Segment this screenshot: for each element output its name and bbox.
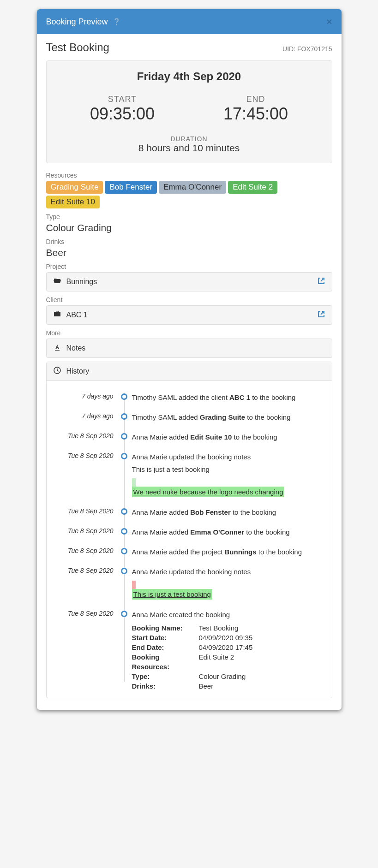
history-time: Tue 8 Sep 2020 [54, 432, 114, 440]
timeline-dot [121, 413, 127, 420]
history-item: 7 days agoTimothy SAML added the client … [132, 392, 325, 402]
briefcase-icon [54, 310, 61, 320]
history-item: Tue 8 Sep 2020Anna Marie updated the boo… [132, 567, 325, 600]
history-text: Anna Marie added Emma O'Conner to the bo… [132, 527, 325, 537]
external-link-icon[interactable] [318, 310, 325, 320]
history-text: Anna Marie updated the booking notesThis… [132, 452, 325, 497]
history-time: 7 days ago [54, 392, 114, 400]
schedule-panel: Friday 4th Sep 2020 START 09:35:00 END 1… [46, 60, 332, 163]
clock-icon [54, 367, 61, 376]
history-header[interactable]: History [47, 362, 332, 381]
history-item: Tue 8 Sep 2020Anna Marie added Emma O'Co… [132, 527, 325, 537]
timeline-dot [121, 508, 127, 515]
client-label: Client [46, 296, 332, 303]
more-label: More [46, 329, 332, 337]
history-time: Tue 8 Sep 2020 [54, 452, 114, 459]
modal-title: Booking Preview [46, 17, 108, 27]
timeline-dot [121, 453, 127, 459]
resource-badge[interactable]: Emma O'Conner [159, 181, 226, 194]
history-item: Tue 8 Sep 2020Anna Marie created the boo… [132, 610, 325, 691]
history-item: Tue 8 Sep 2020Anna Marie added the proje… [132, 547, 325, 557]
notes-panel[interactable]: Notes [46, 339, 332, 358]
resource-badges: Grading Suite Bob Fenster Emma O'Conner … [46, 181, 332, 208]
duration-value: 8 hours and 10 minutes [56, 143, 323, 154]
end-label: END [223, 95, 288, 104]
history-item: Tue 8 Sep 2020Anna Marie added Bob Fenst… [132, 507, 325, 517]
type-label: Type [46, 213, 332, 220]
history-text: Anna Marie added the project Bunnings to… [132, 547, 325, 557]
help-icon[interactable]: ❔ [113, 18, 120, 25]
resource-badge[interactable]: Grading Suite [46, 181, 103, 194]
timeline-dot [121, 611, 127, 617]
start-time: 09:35:00 [90, 104, 155, 124]
history-time: Tue 8 Sep 2020 [54, 567, 114, 574]
history-time: Tue 8 Sep 2020 [54, 547, 114, 554]
external-link-icon[interactable] [318, 277, 325, 286]
booking-uid: UID: FOX701215 [282, 45, 332, 53]
project-label: Project [46, 263, 332, 270]
client-panel[interactable]: ABC 1 [46, 305, 332, 325]
timeline-dot [121, 433, 127, 440]
resource-badge[interactable]: Edit Suite 10 [46, 196, 100, 208]
type-value: Colour Grading [46, 222, 332, 233]
start-label: START [90, 95, 155, 104]
history-text: Timothy SAML added the client ABC 1 to t… [132, 392, 325, 402]
resources-label: Resources [46, 172, 332, 179]
drinks-value: Beer [46, 247, 332, 258]
timeline-dot [121, 393, 127, 400]
close-icon[interactable]: × [326, 16, 332, 27]
history-time: 7 days ago [54, 412, 114, 420]
timeline-dot [121, 568, 127, 574]
timeline-dot [121, 528, 127, 535]
resource-badge[interactable]: Edit Suite 2 [228, 181, 277, 194]
history-text: Anna Marie updated the booking notesThis… [132, 567, 325, 600]
history-timeline: 7 days agoTimothy SAML added the client … [54, 392, 325, 691]
project-panel[interactable]: Bunnings [46, 272, 332, 291]
duration-label: DURATION [56, 135, 323, 143]
folder-icon [54, 277, 61, 286]
history-text: Anna Marie added Bob Fenster to the book… [132, 507, 325, 517]
history-text: Timothy SAML added Grading Suite to the … [132, 412, 325, 422]
font-icon [54, 344, 61, 353]
history-text: Anna Marie added Edit Suite 10 to the bo… [132, 432, 325, 442]
history-time: Tue 8 Sep 2020 [54, 507, 114, 515]
booking-name: Test Booking [46, 41, 109, 54]
history-item: 7 days agoTimothy SAML added Grading Sui… [132, 412, 325, 422]
history-time: Tue 8 Sep 2020 [54, 610, 114, 617]
modal-header: Booking Preview ❔ × [37, 9, 342, 34]
booking-date: Friday 4th Sep 2020 [56, 70, 323, 83]
drinks-label: Drinks [46, 238, 332, 245]
history-panel: History 7 days agoTimothy SAML added the… [46, 362, 332, 698]
notes-label: Notes [66, 344, 86, 352]
timeline-dot [121, 548, 127, 554]
project-value: Bunnings [66, 278, 97, 286]
booking-preview-modal: Booking Preview ❔ × Test Booking UID: FO… [37, 9, 342, 710]
client-value: ABC 1 [66, 311, 88, 319]
resource-badge[interactable]: Bob Fenster [105, 181, 157, 194]
end-time: 17:45:00 [223, 104, 288, 124]
history-details: Booking Name:Test BookingStart Date:04/0… [132, 623, 325, 691]
history-time: Tue 8 Sep 2020 [54, 527, 114, 535]
history-label: History [66, 367, 90, 375]
history-item: Tue 8 Sep 2020Anna Marie updated the boo… [132, 452, 325, 497]
history-item: Tue 8 Sep 2020Anna Marie added Edit Suit… [132, 432, 325, 442]
history-text: Anna Marie created the bookingBooking Na… [132, 610, 325, 691]
